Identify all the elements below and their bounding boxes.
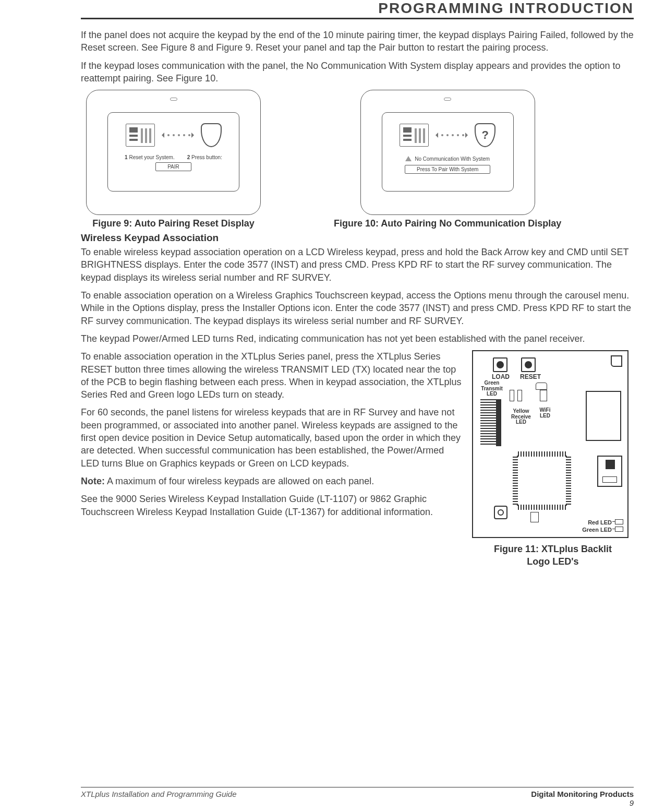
wireless-p2: To enable association operation on a Wir… bbox=[81, 289, 634, 327]
small-led-icon bbox=[530, 512, 539, 522]
intro-paragraph-2: If the keypad loses communication with t… bbox=[81, 59, 634, 85]
red-led-label: Red LED bbox=[588, 519, 612, 526]
shield-icon bbox=[201, 123, 222, 147]
green-transmit-label: Green Transmit LED bbox=[477, 380, 506, 397]
figure-10-caption: Figure 10: Auto Pairing No Communication… bbox=[334, 218, 561, 229]
fig9-step1: 1 Reset your System. bbox=[125, 154, 175, 160]
figure-11-caption: Figure 11: XTLplus BacklitLogo LED's bbox=[472, 543, 634, 568]
green-led-icon bbox=[615, 527, 623, 532]
yellow-receive-label: Yellow Receive LED bbox=[510, 409, 533, 425]
tx-rx-leds-icon bbox=[510, 390, 522, 401]
fig9-step2: 2 Press button: bbox=[187, 154, 222, 160]
chip-icon bbox=[517, 456, 567, 506]
fig10-message: No Communication With System bbox=[415, 156, 490, 162]
figure-9-caption: Figure 9: Auto Pairing Reset Display bbox=[86, 218, 261, 229]
page-header: PROGRAMMING INTRODUCTION bbox=[81, 0, 634, 19]
wireless-p6: See the 9000 Series Wireless Keypad Inst… bbox=[81, 493, 462, 518]
wireless-p4: To enable association operation in the X… bbox=[81, 350, 462, 401]
keypad-device-fig10: ? No Communication With System Press To … bbox=[360, 90, 535, 215]
load-button-icon bbox=[493, 357, 507, 372]
square-port-icon bbox=[586, 391, 621, 441]
reset-label: RESET bbox=[520, 373, 541, 380]
antenna-icon bbox=[536, 383, 547, 390]
pcb-diagram: LOAD RESET Green Transmit LED Yellow Rec… bbox=[472, 350, 628, 538]
arrow-dots-icon bbox=[436, 133, 467, 138]
wifi-led-label: WiFi LED bbox=[537, 408, 553, 419]
wireless-p1: To enable wireless keypad association op… bbox=[81, 246, 634, 284]
wireless-p3: The keypad Power/Armed LED turns Red, in… bbox=[81, 332, 634, 345]
edge-connector-icon bbox=[480, 399, 501, 446]
red-led-icon bbox=[615, 519, 623, 524]
small-ic-icon bbox=[494, 506, 507, 519]
footer-rule bbox=[81, 787, 634, 787]
keypad-device-fig9: 1 Reset your System. 2 Press button: PAI… bbox=[86, 90, 261, 215]
intro-paragraph-1: If the panel does not acquire the keypad… bbox=[81, 29, 634, 54]
shield-question-icon: ? bbox=[475, 123, 495, 147]
wifi-led-icon bbox=[540, 390, 547, 401]
wireless-note: Note: A maximum of four wireless keypads… bbox=[81, 475, 462, 487]
arrow-dots-icon bbox=[162, 133, 194, 138]
figure-9: 1 Reset your System. 2 Press button: PAI… bbox=[86, 90, 261, 229]
wireless-heading: Wireless Keypad Association bbox=[81, 232, 634, 244]
page-number: 9 bbox=[630, 798, 634, 807]
press-to-pair-button[interactable]: Press To Pair With System bbox=[405, 165, 490, 174]
header-title: PROGRAMMING INTRODUCTION bbox=[378, 0, 634, 16]
green-led-label: Green LED bbox=[582, 527, 612, 533]
load-label: LOAD bbox=[492, 373, 510, 380]
side-port-icon bbox=[597, 456, 622, 487]
pair-button[interactable]: PAIR bbox=[155, 162, 191, 171]
page-footer: XTLplus Installation and Programming Gui… bbox=[81, 790, 634, 807]
note-label: Note: bbox=[81, 476, 105, 486]
figure-10: ? No Communication With System Press To … bbox=[334, 90, 561, 229]
panel-icon bbox=[126, 124, 155, 147]
panel-icon bbox=[400, 124, 429, 147]
wireless-p5: For 60 seconds, the panel listens for wi… bbox=[81, 406, 462, 469]
footer-right: Digital Monitoring Products 9 bbox=[531, 790, 634, 807]
figure-row: 1 Reset your System. 2 Press button: PAI… bbox=[86, 90, 634, 229]
warning-icon bbox=[405, 153, 412, 161]
footer-left: XTLplus Installation and Programming Gui… bbox=[81, 790, 237, 807]
reset-button-icon bbox=[521, 357, 536, 372]
